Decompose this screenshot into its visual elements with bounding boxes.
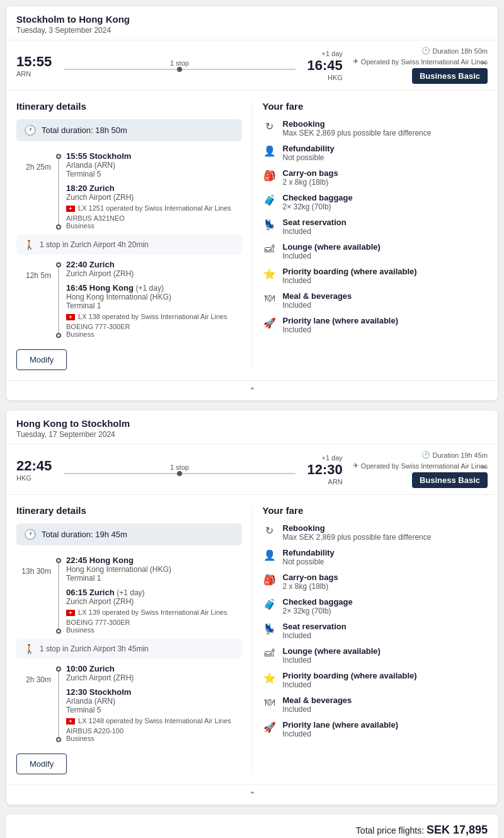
swiss-flag-2-1	[66, 314, 75, 320]
arr-time-city-2-1: 16:45 Hong Kong (+1 day)	[66, 283, 242, 293]
flight-info-2-2: LX 1248 operated by Swiss International …	[66, 717, 242, 725]
modify-button-2[interactable]: Modify	[16, 754, 67, 774]
collapse-button-1[interactable]: ⌃	[479, 59, 488, 71]
total-duration-label-1: Total duration: 18h 50m	[42, 125, 127, 135]
arr-terminal-2-2: Terminal 5	[66, 706, 242, 714]
aircraft-2-2: AIRBUS A220-100	[66, 727, 242, 735]
vert-line-1-1	[58, 159, 59, 224]
fare-label-2-2: Carry-on bags	[283, 573, 338, 582]
stopover-bar-2: 🚶 1 stop in Zurich Airport 3h 45min	[16, 639, 242, 659]
segment-2-1: 12h 5m 22:40 Zurich Zurich Airport (ZRH)…	[16, 260, 242, 338]
segment-2-2: 2h 30m 10:00 Zurich Zurich Airport (ZRH)…	[16, 664, 242, 742]
dep-airport-1-2: Hong Kong International (HKG)	[66, 565, 242, 574]
clock-icon: 🕐	[421, 47, 430, 55]
flight-header-2: Hong Kong to Stockholm Tuesday, 17 Septe…	[6, 410, 498, 445]
fare-label-6-2: Priority boarding (where available)	[283, 671, 417, 680]
fare-icon-7-1: 🍽	[263, 291, 277, 305]
dep-code-1: ARN	[16, 70, 57, 78]
itinerary-body-2: Itinerary details 🕐 Total duration: 19h …	[6, 495, 498, 784]
fare-value-8-2: Included	[283, 730, 399, 738]
seg-line-2-2	[56, 664, 61, 742]
seg-info-2-1: 22:40 Zurich Zurich Airport (ZRH) 16:45 …	[66, 260, 242, 338]
fare-detail-4-1: Seat reservation Included	[283, 218, 346, 236]
dep-time-city-1-1: 15:55 Stockholm	[66, 151, 242, 161]
arr-code-2: ARN	[302, 478, 343, 486]
fare-value-3-1: 2× 32kg (70lb)	[283, 202, 353, 211]
fare-row-6-2: ⭐ Priority boarding (where available) In…	[263, 671, 488, 689]
collapse-section-1[interactable]: ⌃	[6, 380, 498, 400]
class-1-2: Business	[66, 626, 242, 634]
total-duration-label-2: Total duration: 19h 45m	[42, 530, 127, 539]
itinerary-body-1: Itinerary details 🕐 Total duration: 18h …	[6, 91, 498, 380]
fare-icon-6-2: ⭐	[263, 671, 277, 685]
fare-title-1: Your fare	[263, 101, 488, 112]
flight-header-1: Stockholm to Hong Kong Tuesday, 3 Septem…	[6, 6, 498, 40]
dep-time-city-2-1: 22:40 Zurich	[66, 260, 242, 269]
chevron-up-icon-1: ⌃	[249, 386, 256, 395]
fare-icon-7-2: 🍽	[263, 695, 277, 709]
fare-row-7-1: 🍽 Meal & beverages Included	[263, 291, 488, 310]
vert-line-1-2	[58, 563, 59, 629]
arr-code-1: HKG	[302, 74, 343, 81]
arr-airport-1-2: Zurich Airport (ZRH)	[66, 597, 242, 606]
arr-airport-1-1: Zurich Airport (ZRH)	[66, 193, 242, 202]
seg-line-1-2	[56, 556, 61, 634]
dep-airport-1-1: Arlanda (ARN)	[66, 161, 242, 170]
fare-value-8-1: Included	[283, 325, 399, 334]
clock-icon-2: 🕐	[24, 528, 37, 540]
swiss-flag-1-2	[66, 610, 75, 616]
total-price-bar: Total price flights: SEK 17,895	[6, 815, 498, 838]
fare-icon-2-2: 🎒	[263, 573, 277, 586]
fare-label-3-2: Checked baggage	[283, 597, 353, 607]
seg-line-1-1	[56, 151, 61, 230]
fare-row-3-1: 🧳 Checked baggage 2× 32kg (70lb)	[263, 193, 488, 211]
fare-detail-7-2: Meal & beverages Included	[283, 695, 352, 714]
fare-detail-0-1: Rebooking Max SEK 2,869 plus possible fa…	[283, 119, 432, 137]
fare-detail-6-2: Priority boarding (where available) Incl…	[283, 671, 417, 689]
collapse-button-2[interactable]: ⌃	[479, 463, 488, 475]
stopover-bar-1: 🚶 1 stop in Zurich Airport 4h 20min	[16, 235, 242, 255]
fare-value-4-2: Included	[283, 631, 346, 640]
stop-count-1: 1 stop	[170, 59, 189, 67]
fare-row-3-2: 🧳 Checked baggage 2× 32kg (70lb)	[263, 597, 488, 615]
fare-value-4-1: Included	[283, 227, 346, 236]
fare-icon-3-1: 🧳	[263, 193, 277, 207]
duration-info-1: 🕐 Duration 18h 50m	[421, 47, 488, 55]
dep-time-city-2-2: 10:00 Zurich	[66, 664, 242, 673]
dep-time-city-1-2: 22:45 Hong Kong	[66, 556, 242, 565]
fare-label-4-1: Seat reservation	[283, 218, 346, 227]
fare-row-0-2: ↻ Rebooking Max SEK 2,869 plus possible …	[263, 523, 488, 542]
plane-icon: ✈	[353, 462, 358, 470]
fare-icon-0-2: ↻	[263, 523, 277, 537]
fare-detail-2-2: Carry-on bags 2 x 8kg (18lb)	[283, 573, 338, 591]
total-price-value: SEK 17,895	[427, 823, 488, 836]
dep-code-2: HKG	[16, 474, 57, 482]
plane-icon: ✈	[353, 57, 358, 66]
dep-terminal-1-1: Terminal 5	[66, 170, 242, 178]
swiss-flag-2-2	[66, 718, 75, 725]
fare-value-1-1: Not possible	[283, 153, 335, 162]
seg-info-1-2: 22:45 Hong Kong Hong Kong International …	[66, 556, 242, 634]
arr-time-1: 16:45	[302, 57, 343, 74]
arr-time-city-2-2: 12:30 Stockholm	[66, 687, 242, 697]
fare-icon-3-2: 🧳	[263, 597, 277, 611]
modify-button-1[interactable]: Modify	[16, 349, 67, 370]
arr-time-city-1-1: 18:20 Zurich	[66, 183, 242, 193]
dot-top-2-2	[56, 666, 61, 672]
fare-row-2-2: 🎒 Carry-on bags 2 x 8kg (18lb)	[263, 573, 488, 591]
fare-label-4-2: Seat reservation	[283, 622, 346, 631]
fare-icon-4-2: 💺	[263, 622, 277, 636]
dep-airport-2-2: Zurich Airport (ZRH)	[66, 673, 242, 682]
segment-1-2: 13h 30m 22:45 Hong Kong Hong Kong Intern…	[16, 556, 242, 634]
fare-detail-3-2: Checked baggage 2× 32kg (70lb)	[283, 597, 353, 615]
flight-route-title-1: Stockholm to Hong Kong	[16, 14, 488, 25]
collapse-section-2[interactable]: ⌃	[6, 784, 498, 805]
stopover-label-1: 1 stop in Zurich Airport 4h 20min	[40, 240, 149, 249]
arr-terminal-2-1: Terminal 1	[66, 301, 242, 310]
clock-icon: 🕐	[421, 451, 430, 459]
fare-detail-7-1: Meal & beverages Included	[283, 291, 352, 310]
fare-value-0-2: Max SEK 2,869 plus possible fare differe…	[283, 533, 432, 542]
fare-detail-1-2: Refundability Not possible	[283, 548, 335, 566]
total-duration-2: 🕐 Total duration: 19h 45m	[16, 523, 242, 545]
fare-icon-4-1: 💺	[263, 218, 277, 231]
